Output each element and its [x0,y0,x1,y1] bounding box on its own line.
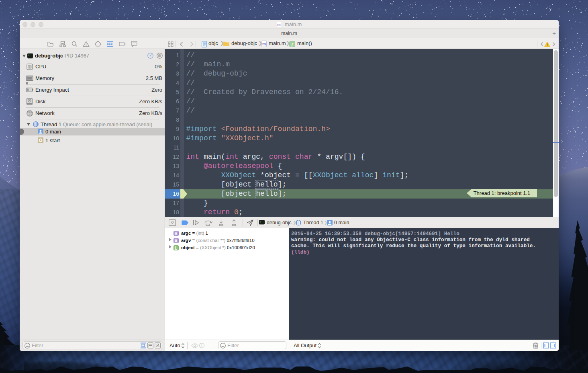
svg-text:m: m [262,42,266,46]
